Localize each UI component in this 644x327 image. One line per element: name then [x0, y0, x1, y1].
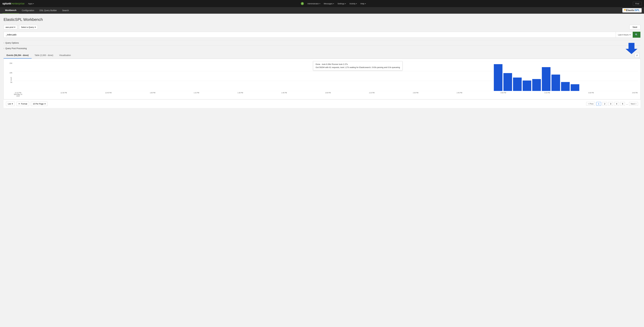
- settings-label: Settings: [338, 2, 344, 5]
- select-query-dropdown[interactable]: Select a Query ▾: [19, 25, 38, 29]
- svg-rect-13: [571, 84, 579, 91]
- x-label-100: 1:00 PM: [150, 92, 155, 97]
- list-dropdown[interactable]: List ▾: [6, 102, 15, 106]
- info-icon: i: [637, 54, 637, 56]
- svg-rect-7: [513, 77, 522, 91]
- top-navigation: splunk > enterprise Apps ▾ Administrator…: [0, 0, 644, 7]
- page-1-button[interactable]: 1: [596, 102, 601, 106]
- settings-caret: ▾: [345, 3, 346, 4]
- y-axis-label: count: [10, 77, 12, 81]
- second-nav-items: Workbench Configuration DSL Query Builde…: [2, 7, 72, 13]
- time-range-dropdown[interactable]: Last 4 hours ▾: [616, 32, 633, 38]
- search-tab[interactable]: Search: [60, 7, 71, 13]
- messages-menu[interactable]: Messages ▾: [324, 2, 334, 5]
- x-label-230: 2:30 PM: [413, 92, 418, 97]
- apps-label: Apps: [28, 2, 33, 5]
- tooltip-box: Done - took 6.08s! Runner took 2.27s Got…: [313, 61, 402, 70]
- dsl-query-builder-tab[interactable]: DSL Query Builder: [37, 7, 60, 13]
- y-tick-15k: 15K: [10, 62, 12, 64]
- page-5-button[interactable]: 5: [620, 102, 625, 106]
- administrator-caret: ▾: [320, 3, 320, 4]
- select-query-label: Select a Query: [21, 26, 34, 28]
- splunk-caret: >: [11, 2, 13, 5]
- events-tab[interactable]: Events (59,294 - done): [4, 52, 32, 58]
- pagination-ellipsis: ...: [626, 103, 628, 105]
- search-icon: 🔍: [635, 33, 638, 36]
- page-2-button[interactable]: 2: [602, 102, 607, 106]
- x-label-315: 3:15 PM: [544, 92, 550, 97]
- help-menu[interactable]: Help ▾: [360, 2, 366, 5]
- list-caret-icon: ▾: [12, 103, 13, 105]
- query-options-section[interactable]: › Query Options: [4, 40, 640, 45]
- find-button[interactable]: Find: [633, 2, 642, 5]
- info-button[interactable]: i: [635, 53, 639, 58]
- splunk-text: splunk: [2, 2, 11, 5]
- x-label-215: 2:15 PM: [369, 92, 374, 97]
- tabs-left: Events (59,294 - done) Table (2,000 - do…: [4, 52, 74, 58]
- table-tab[interactable]: Table (2,000 - done): [32, 52, 56, 58]
- x-label-130: 1:30 PM: [238, 92, 243, 97]
- save-button[interactable]: Save: [630, 25, 640, 29]
- pagination: < Prev 1 2 3 4 5 ... Next >: [586, 102, 638, 106]
- main-content: ElasticSPL Workbench aws-prod ▾ Select a…: [0, 14, 644, 327]
- x-axis-labels: 12:15 PM Wed May 24 2023 12:30 PM 12:45 …: [14, 92, 638, 97]
- page-3-button[interactable]: 3: [608, 102, 613, 106]
- next-button[interactable]: Next >: [629, 102, 638, 106]
- messages-caret: ▾: [333, 3, 334, 4]
- format-label: Format: [21, 103, 27, 105]
- page-4-button[interactable]: 4: [614, 102, 619, 106]
- format-pencil-icon: ✏: [18, 103, 20, 105]
- elasticspl-logo: Elastic SPL: [622, 8, 642, 12]
- svg-rect-6: [504, 73, 512, 91]
- x-label-300: 3:00 PM: [500, 92, 506, 97]
- configuration-tab[interactable]: Configuration: [19, 7, 37, 13]
- svg-rect-12: [561, 82, 570, 91]
- tooltip-line-1: Done - took 6.08s! Runner took 2.27s: [316, 63, 400, 65]
- x-label-345: 3:45 PM: [632, 92, 638, 97]
- x-label-330: 3:30 PM: [588, 92, 594, 97]
- x-label-1245: 12:45 PM: [105, 92, 112, 97]
- page-title: ElasticSPL Workbench: [4, 17, 640, 22]
- per-page-dropdown[interactable]: 10 Per Page ▾: [31, 102, 48, 106]
- activity-menu[interactable]: Activity ▾: [350, 2, 357, 5]
- query-post-processing-section[interactable]: › Query Post Processing: [4, 45, 640, 51]
- search-button[interactable]: 🔍: [633, 32, 640, 38]
- visualisation-tab[interactable]: Visualisation: [56, 52, 74, 58]
- administrator-menu[interactable]: Administrator ▾: [308, 2, 320, 5]
- search-row: Last 4 hours ▾ 🔍: [4, 32, 640, 38]
- workbench-tab[interactable]: Workbench: [2, 7, 19, 13]
- elastic-text: Elastic: [626, 9, 634, 12]
- select-query-caret-icon: ▾: [35, 26, 36, 28]
- query-post-processing-label: Query Post Processing: [5, 47, 27, 49]
- svg-rect-9: [532, 79, 541, 91]
- time-range-caret-icon: ▾: [630, 34, 630, 36]
- time-range-label: Last 4 hours: [618, 34, 629, 36]
- query-options-label: Query Options: [5, 42, 19, 44]
- x-label-115: 1:15 PM: [194, 92, 199, 97]
- settings-menu[interactable]: Settings ▾: [338, 2, 346, 5]
- x-label-145: 1:45 PM: [281, 92, 287, 97]
- tooltip-line-2: Got 59294 with 61 requests, took 1.27s w…: [316, 66, 400, 68]
- chart-area: Done - took 6.08s! Runner took 2.27s Got…: [4, 59, 640, 99]
- x-label-1230: 12:30 PM: [60, 92, 67, 97]
- environment-label: aws-prod: [6, 26, 14, 28]
- list-label: List: [8, 103, 11, 105]
- prev-button[interactable]: < Prev: [586, 102, 595, 106]
- y-tick-10k: 10K: [10, 72, 12, 74]
- search-input[interactable]: [4, 32, 616, 38]
- format-dropdown[interactable]: ✏ Format: [16, 102, 29, 106]
- controls-row: aws-prod ▾ Select a Query ▾ Save: [4, 25, 640, 29]
- y-tick-5k: 5K: [10, 81, 12, 83]
- x-label-200: 2:00 PM: [325, 92, 331, 97]
- y-axis: 15K 10K 5K: [6, 61, 14, 97]
- query-post-processing-chevron-icon: ›: [4, 47, 4, 49]
- environment-dropdown[interactable]: aws-prod ▾: [4, 25, 17, 29]
- x-label-1215: 12:15 PM Wed May 24 2023: [14, 92, 22, 97]
- apps-caret: ▾: [33, 3, 34, 4]
- svg-rect-10: [542, 67, 550, 91]
- orange-dot-icon: [624, 9, 626, 10]
- activity-caret: ▾: [356, 3, 357, 4]
- apps-menu[interactable]: Apps ▾: [28, 2, 34, 5]
- splunk-logo: splunk > enterprise: [2, 2, 24, 5]
- tabs-row: Events (59,294 - done) Table (2,000 - do…: [4, 52, 640, 59]
